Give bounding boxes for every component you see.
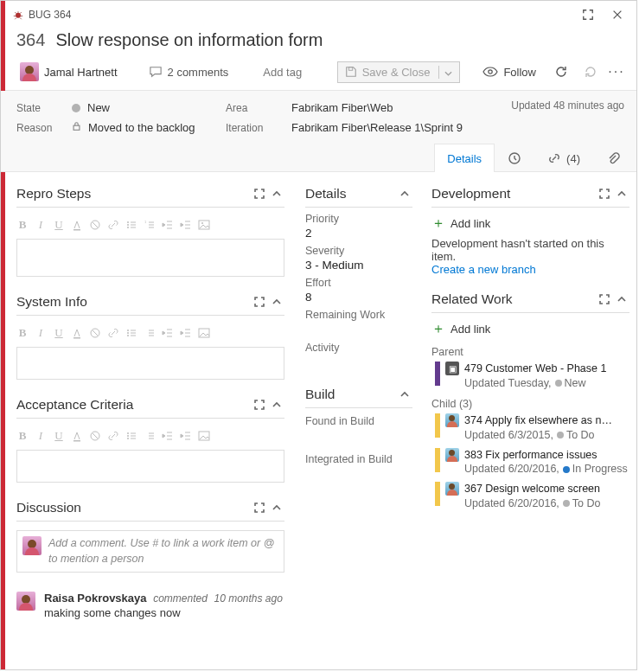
indent-icon[interactable]	[180, 218, 192, 232]
clear-format-icon[interactable]	[89, 218, 101, 232]
outdent-icon[interactable]	[162, 326, 174, 340]
details-title: Details	[305, 186, 397, 202]
chevron-up-icon[interactable]	[614, 186, 629, 202]
link-icon[interactable]	[107, 326, 119, 340]
bullet-list-icon[interactable]	[125, 218, 137, 232]
state-field[interactable]: New	[72, 101, 226, 114]
font-color-icon[interactable]	[71, 429, 83, 443]
sysinfo-rte-toolbar[interactable]: BIU	[16, 324, 284, 343]
add-tag-button[interactable]: Add tag	[254, 64, 310, 80]
font-color-icon[interactable]	[71, 326, 83, 340]
dev-add-link-button[interactable]: ＋ Add link	[431, 213, 629, 234]
acceptance-input[interactable]	[16, 450, 284, 483]
expand-icon[interactable]	[252, 397, 267, 413]
expand-icon[interactable]	[597, 186, 612, 202]
history-icon	[508, 151, 521, 165]
bold-icon[interactable]: B	[16, 429, 29, 443]
integrated-build-field[interactable]	[305, 467, 412, 481]
undo-icon[interactable]	[579, 61, 602, 82]
bullet-list-icon[interactable]	[125, 326, 137, 340]
image-icon[interactable]	[198, 326, 210, 340]
indent-icon[interactable]	[180, 429, 192, 443]
area-field[interactable]: Fabrikam Fiber\Web	[291, 101, 393, 114]
repro-rte-toolbar[interactable]: B I U 1	[16, 216, 284, 235]
image-icon[interactable]	[198, 218, 210, 232]
discussion-header: Discussion	[16, 498, 284, 522]
chevron-up-icon[interactable]	[269, 186, 284, 202]
expand-icon[interactable]	[252, 186, 267, 202]
fullscreen-icon[interactable]	[576, 4, 600, 25]
create-branch-link[interactable]: Create a new branch	[431, 263, 629, 276]
chevron-up-icon[interactable]	[397, 186, 412, 202]
repro-steps-input[interactable]	[16, 239, 284, 277]
outdent-icon[interactable]	[162, 429, 174, 443]
font-color-icon[interactable]	[71, 218, 83, 232]
chevron-up-icon[interactable]	[269, 500, 284, 515]
save-dropdown-chevron[interactable]	[438, 66, 452, 79]
number-list-icon[interactable]	[144, 326, 156, 340]
bullet-list-icon[interactable]	[125, 429, 137, 443]
work-item-color	[435, 448, 440, 472]
priority-field[interactable]: 2	[305, 227, 412, 240]
activity-field[interactable]	[305, 355, 412, 369]
indent-icon[interactable]	[180, 326, 192, 340]
underline-icon[interactable]: U	[53, 326, 65, 340]
discussion-title: Discussion	[16, 500, 252, 515]
chevron-up-icon[interactable]	[614, 291, 629, 307]
italic-icon[interactable]: I	[35, 429, 47, 443]
bold-icon[interactable]: B	[16, 218, 29, 232]
bold-icon[interactable]: B	[16, 326, 29, 340]
related-item[interactable]: 374 Apply fix elsewhere as n…Updated 6/3…	[435, 413, 629, 443]
avatar	[445, 413, 459, 427]
work-item-color	[435, 413, 440, 438]
expand-icon[interactable]	[252, 500, 267, 515]
expand-icon[interactable]	[252, 294, 267, 310]
reason-field[interactable]: Moved to the backlog	[72, 121, 226, 134]
save-close-button[interactable]: Save & Close	[337, 61, 461, 83]
discussion-input[interactable]: Add a comment. Use # to link a work item…	[16, 530, 284, 573]
tab-history[interactable]	[495, 144, 534, 172]
number-list-icon[interactable]: 1	[144, 218, 156, 232]
underline-icon[interactable]: U	[53, 218, 65, 232]
effort-label: Effort	[305, 277, 412, 289]
close-icon[interactable]	[605, 4, 629, 25]
svg-point-12	[201, 222, 203, 224]
remaining-field[interactable]	[305, 323, 412, 336]
image-icon[interactable]	[198, 429, 210, 443]
related-item[interactable]: 367 Design welcome screenUpdated 6/20/20…	[435, 482, 629, 511]
updated-text: Updated 48 minutes ago	[511, 99, 624, 112]
found-build-field[interactable]	[305, 429, 412, 445]
link-icon[interactable]	[107, 218, 119, 232]
number-list-icon[interactable]	[144, 429, 156, 443]
system-info-input[interactable]	[16, 347, 284, 380]
severity-field[interactable]: 3 - Medium	[305, 259, 412, 272]
refresh-icon[interactable]	[550, 61, 572, 82]
acceptance-rte-toolbar[interactable]: BIU	[16, 427, 284, 446]
window-header: BUG 364	[1, 1, 636, 27]
tab-details[interactable]: Details	[434, 144, 495, 172]
tab-attachments[interactable]	[593, 144, 633, 172]
related-item[interactable]: 383 Fix performance issuesUpdated 6/20/2…	[435, 448, 629, 477]
underline-icon[interactable]: U	[53, 429, 65, 443]
more-actions-icon[interactable]: ···	[605, 64, 628, 80]
effort-field[interactable]: 8	[305, 291, 412, 304]
expand-icon[interactable]	[597, 291, 612, 307]
follow-button[interactable]: Follow	[476, 64, 543, 80]
clear-format-icon[interactable]	[89, 429, 101, 443]
related-add-link-button[interactable]: ＋ Add link	[431, 318, 629, 339]
link-icon[interactable]	[107, 429, 119, 443]
comments-button[interactable]: 2 comments	[140, 64, 238, 80]
tab-links[interactable]: (4)	[534, 144, 593, 172]
outdent-icon[interactable]	[162, 218, 174, 232]
chevron-up-icon[interactable]	[269, 397, 284, 413]
assignee-picker[interactable]: Jamal Hartnett	[16, 61, 121, 83]
chevron-up-icon[interactable]	[269, 294, 284, 310]
repro-steps-title: Repro Steps	[16, 186, 252, 202]
iteration-field[interactable]: Fabrikam Fiber\Release 1\Sprint 9	[291, 121, 463, 134]
italic-icon[interactable]: I	[35, 218, 47, 232]
clear-format-icon[interactable]	[89, 326, 101, 340]
work-item-title[interactable]: 364 Slow response on information form	[1, 27, 636, 59]
italic-icon[interactable]: I	[35, 326, 47, 340]
chevron-up-icon[interactable]	[397, 387, 412, 402]
related-item[interactable]: ▣ 479 Customer Web - Phase 1 Updated Tue…	[435, 362, 629, 391]
